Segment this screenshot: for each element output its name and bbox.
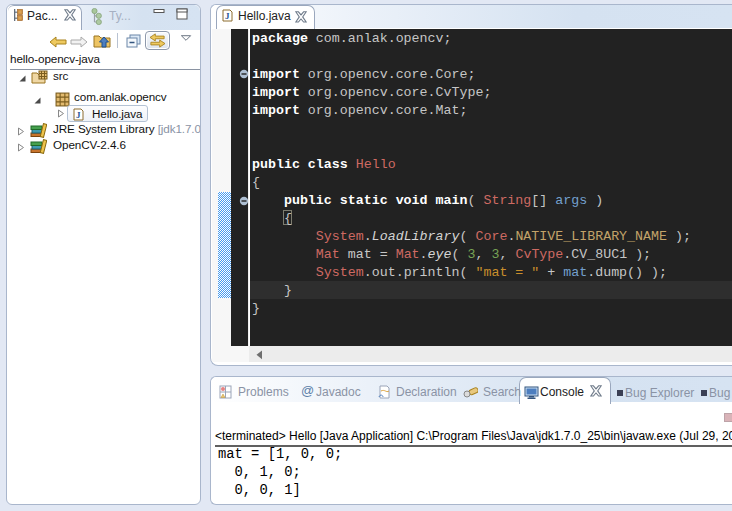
svg-text:J: J — [76, 110, 81, 120]
svg-text:J: J — [225, 11, 230, 21]
